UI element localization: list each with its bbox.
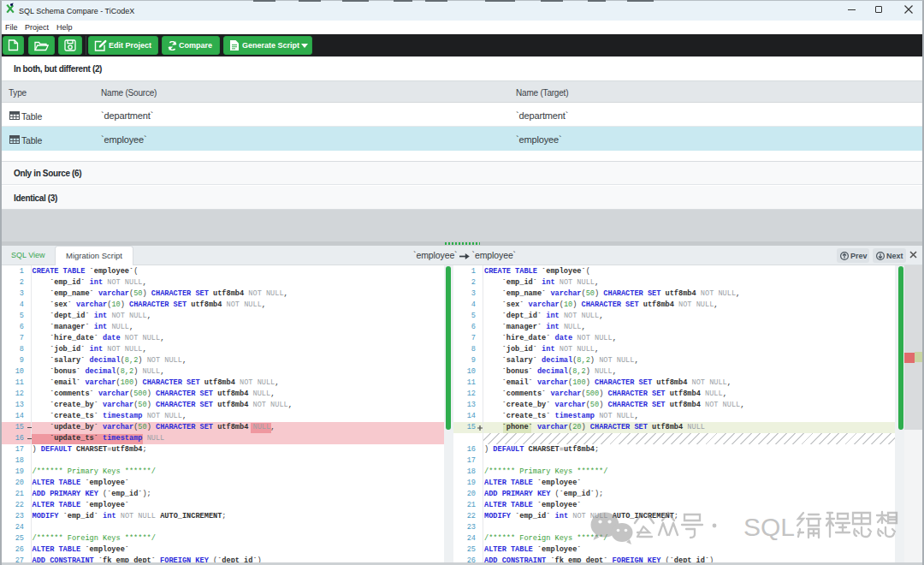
svg-text:SQL: SQL [743, 513, 795, 541]
